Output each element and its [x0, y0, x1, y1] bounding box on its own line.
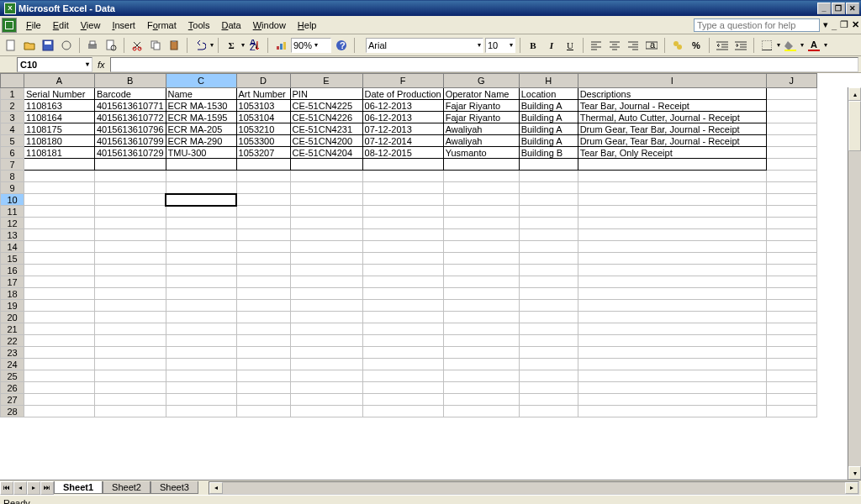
cell-F6[interactable]: 08-12-2015	[362, 147, 443, 159]
cell-A11[interactable]	[24, 206, 95, 218]
cell-I11[interactable]	[578, 206, 766, 218]
cell-J19[interactable]	[766, 300, 816, 312]
cell-D23[interactable]	[236, 347, 290, 359]
fontcolor-dropdown-icon[interactable]: ▾	[824, 41, 827, 49]
cell-I1[interactable]: Descriptions	[578, 88, 766, 100]
cell-E8[interactable]	[290, 171, 362, 182]
autosum-button[interactable]: Σ	[223, 37, 240, 54]
row-header-3[interactable]: 3	[1, 112, 24, 123]
cell-C26[interactable]	[166, 382, 236, 394]
cell-C10[interactable]	[166, 194, 236, 206]
cell-B4[interactable]: 4015613610796	[95, 123, 166, 135]
cell-D4[interactable]: 1053210	[236, 123, 290, 135]
cell-F13[interactable]	[362, 229, 443, 241]
cell-J28[interactable]	[766, 406, 816, 417]
cell-J1[interactable]	[766, 88, 816, 100]
cell-A5[interactable]: 1108180	[24, 135, 95, 147]
sheet-tab-1[interactable]: Sheet1	[54, 481, 103, 494]
cell-H21[interactable]	[519, 323, 578, 335]
cell-F11[interactable]	[362, 206, 443, 218]
cell-C12[interactable]	[166, 218, 236, 229]
cell-J26[interactable]	[766, 382, 816, 394]
cell-G22[interactable]	[443, 335, 519, 347]
row-header-23[interactable]: 23	[1, 347, 24, 359]
cell-H10[interactable]	[519, 194, 578, 206]
cell-F2[interactable]: 06-12-2013	[362, 100, 443, 112]
row-header-28[interactable]: 28	[1, 406, 24, 417]
copy-button[interactable]	[147, 37, 164, 54]
cell-H27[interactable]	[519, 394, 578, 406]
column-header-J[interactable]: J	[766, 74, 816, 88]
print-button[interactable]	[84, 37, 101, 54]
cell-G26[interactable]	[443, 382, 519, 394]
menu-tools[interactable]: Tools	[182, 18, 216, 32]
cell-I27[interactable]	[578, 394, 766, 406]
cell-A18[interactable]	[24, 288, 95, 300]
cell-H25[interactable]	[519, 370, 578, 382]
cell-A19[interactable]	[24, 300, 95, 312]
cell-F18[interactable]	[362, 288, 443, 300]
cell-G3[interactable]: Fajar Riyanto	[443, 112, 519, 123]
cell-E14[interactable]	[290, 241, 362, 253]
cell-B9[interactable]	[95, 182, 166, 194]
cell-F17[interactable]	[362, 276, 443, 288]
row-header-19[interactable]: 19	[1, 300, 24, 312]
cell-A7[interactable]	[24, 159, 95, 171]
cell-B25[interactable]	[95, 370, 166, 382]
cell-J13[interactable]	[766, 229, 816, 241]
cell-H1[interactable]: Location	[519, 88, 578, 100]
menu-view[interactable]: View	[75, 18, 107, 32]
cell-F22[interactable]	[362, 335, 443, 347]
cell-D1[interactable]: Art Number	[236, 88, 290, 100]
cell-B5[interactable]: 4015613610799	[95, 135, 166, 147]
cell-E21[interactable]	[290, 323, 362, 335]
cell-C6[interactable]: TMU-300	[166, 147, 236, 159]
cell-E23[interactable]	[290, 347, 362, 359]
cell-G11[interactable]	[443, 206, 519, 218]
workbook-icon[interactable]	[2, 18, 17, 33]
scroll-down-button[interactable]: ▾	[848, 466, 861, 480]
cell-B26[interactable]	[95, 382, 166, 394]
currency-button[interactable]	[669, 37, 686, 54]
restore-button[interactable]: ❐	[832, 3, 845, 14]
cell-H19[interactable]	[519, 300, 578, 312]
cell-E2[interactable]: CE-51CN4225	[290, 100, 362, 112]
cell-C24[interactable]	[166, 359, 236, 370]
row-header-27[interactable]: 27	[1, 394, 24, 406]
cell-H28[interactable]	[519, 406, 578, 417]
cell-A17[interactable]	[24, 276, 95, 288]
spreadsheet-grid[interactable]: ABCDEFGHIJ1Serial NumberBarcodeNameArt N…	[0, 73, 861, 480]
cell-J23[interactable]	[766, 347, 816, 359]
cell-C20[interactable]	[166, 312, 236, 323]
cell-C25[interactable]	[166, 370, 236, 382]
menu-window[interactable]: Window	[247, 18, 292, 32]
column-header-H[interactable]: H	[519, 74, 578, 88]
open-button[interactable]	[21, 37, 38, 54]
cell-F15[interactable]	[362, 253, 443, 265]
row-header-8[interactable]: 8	[1, 171, 24, 182]
cell-J12[interactable]	[766, 218, 816, 229]
underline-button[interactable]: U	[562, 37, 578, 54]
cell-C7[interactable]	[166, 159, 236, 171]
cell-J8[interactable]	[766, 171, 816, 182]
new-button[interactable]	[3, 37, 19, 54]
cell-C22[interactable]	[166, 335, 236, 347]
cell-H6[interactable]: Building B	[519, 147, 578, 159]
cell-H14[interactable]	[519, 241, 578, 253]
cell-J7[interactable]	[766, 159, 816, 171]
formula-input[interactable]	[110, 57, 858, 72]
cell-D18[interactable]	[236, 288, 290, 300]
cell-E22[interactable]	[290, 335, 362, 347]
close-button[interactable]: ✕	[846, 3, 859, 14]
cell-H16[interactable]	[519, 265, 578, 276]
cell-C3[interactable]: ECR MA-1595	[166, 112, 236, 123]
tab-nav-next[interactable]: ▸	[27, 481, 40, 495]
cell-H22[interactable]	[519, 335, 578, 347]
column-header-A[interactable]: A	[24, 74, 95, 88]
cell-A20[interactable]	[24, 312, 95, 323]
print-preview-button[interactable]	[103, 37, 119, 54]
cell-J16[interactable]	[766, 265, 816, 276]
cell-J10[interactable]	[766, 194, 816, 206]
align-center-button[interactable]	[606, 37, 623, 54]
cell-A13[interactable]	[24, 229, 95, 241]
